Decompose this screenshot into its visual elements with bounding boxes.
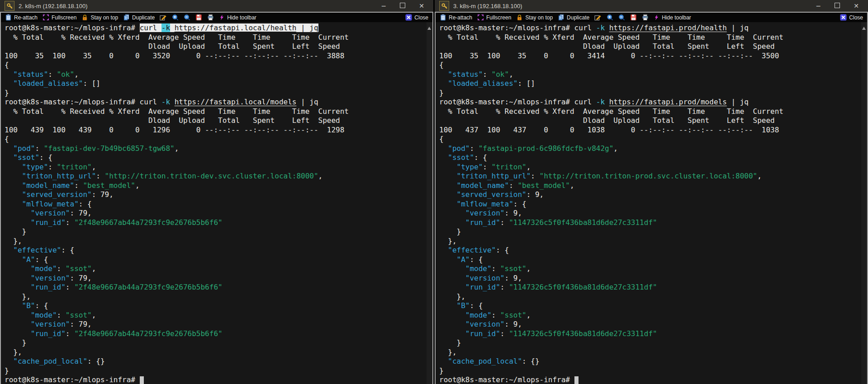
stay-on-top-button[interactable]: Stay on top xyxy=(81,14,118,21)
left-window-titlebar[interactable]: 2. k8s-m (192.168.18.100) − ✕ xyxy=(0,0,433,12)
terminal-text: : 79, xyxy=(92,190,114,199)
scrollbar[interactable] xyxy=(427,22,432,384)
terminal-text: Dload Upload Total Spent Left Speed xyxy=(5,116,340,125)
terminal-text: , xyxy=(509,70,513,79)
terminal-text: root@k8s-master:~/mlops-infra# xyxy=(5,375,140,384)
terminal-text: | jq xyxy=(296,23,318,32)
terminal-text: : {} xyxy=(522,357,540,365)
terminal-line: "mode": "ssot", xyxy=(5,264,432,274)
terminal-text: : 79, xyxy=(70,209,92,217)
terminal[interactable]: root@k8s-master:~/mlops-infra# curl -k h… xyxy=(1,22,432,384)
terminal-text xyxy=(5,329,31,338)
terminal-text xyxy=(5,153,13,162)
save-button[interactable] xyxy=(195,14,202,21)
zoom-in-button[interactable] xyxy=(172,14,179,21)
zoom-out-button[interactable] xyxy=(184,14,190,21)
fullscreen-button[interactable]: Fullscreen xyxy=(43,14,76,21)
edit-button[interactable] xyxy=(594,14,602,21)
terminal-text: : { xyxy=(79,200,92,208)
edit-button[interactable] xyxy=(160,14,167,21)
terminal-text xyxy=(439,79,448,88)
toolbar: Re-attach Fullscreen Stay on top Duplica… xyxy=(1,13,432,22)
hide-toolbar-button[interactable]: Hide toolbar xyxy=(654,14,691,21)
terminal-text: } xyxy=(5,227,26,236)
terminal-line: 100 439 100 439 0 0 1296 0 --:--:-- --:-… xyxy=(5,126,432,135)
terminal-text: "ok" xyxy=(57,70,75,79)
minimize-button[interactable]: − xyxy=(381,3,387,9)
terminal-line: } xyxy=(439,338,867,348)
terminal-text: "version" xyxy=(31,320,70,328)
terminal-text xyxy=(5,70,13,79)
terminal-line: "served_version": 9, xyxy=(439,190,867,200)
stay-on-top-button[interactable]: Stay on top xyxy=(516,14,553,21)
terminal-line: } xyxy=(5,89,432,98)
stay-on-top-label: Stay on top xyxy=(90,14,118,21)
terminal-text: , xyxy=(92,311,96,319)
window-controls: − ✕ xyxy=(816,3,859,9)
duplicate-button[interactable]: Duplicate xyxy=(123,14,155,21)
terminal-line: root@k8s-master:~/mlops-infra# curl -k h… xyxy=(439,23,867,33)
terminal-text xyxy=(439,200,457,208)
reattach-button[interactable]: Re-attach xyxy=(440,14,472,21)
close-window-button[interactable]: ✕ xyxy=(419,3,424,9)
printer-icon xyxy=(207,14,214,21)
terminal-text: "effective" xyxy=(13,246,61,254)
terminal-link[interactable]: https://fastapi.local/health xyxy=(175,23,297,32)
terminal-text: : xyxy=(500,329,509,338)
terminal-line: "version": 79, xyxy=(5,274,432,283)
terminal-line: }, xyxy=(439,237,867,246)
save-button[interactable] xyxy=(630,14,637,21)
terminal-text: % Total % Received % Xferd Average Speed… xyxy=(439,33,783,42)
fullscreen-button[interactable]: Fullscreen xyxy=(477,14,511,21)
terminal-text: 100 437 100 437 0 0 1038 0 --:--:-- --:-… xyxy=(439,126,779,134)
terminal-link[interactable]: https://fastapi.local/models xyxy=(175,98,297,106)
hide-toolbar-button[interactable]: Hide toolbar xyxy=(219,14,256,21)
terminal-line: }, xyxy=(439,348,867,357)
terminal-text xyxy=(439,283,465,291)
terminal-text: , xyxy=(74,70,79,79)
terminal-text: : xyxy=(48,70,57,79)
terminal-text: "B" xyxy=(457,301,470,310)
terminal-text: "1147326c5f0f436ba81d6de27c3311df" xyxy=(509,329,657,338)
terminal-line: { xyxy=(5,135,432,144)
terminal-line: "mode": "ssot", xyxy=(439,264,867,274)
terminal-text: { xyxy=(439,61,444,69)
zoom-out-button[interactable] xyxy=(618,14,625,21)
terminal-line: { xyxy=(439,61,867,70)
minimize-button[interactable]: − xyxy=(816,3,821,9)
terminal-line: }, xyxy=(5,237,432,246)
reattach-button[interactable]: Re-attach xyxy=(5,14,38,21)
zoom-in-button[interactable] xyxy=(607,14,613,21)
duplicate-button[interactable]: Duplicate xyxy=(558,14,589,21)
terminal[interactable]: root@k8s-master:~/mlops-infra# curl -k h… xyxy=(436,22,867,384)
terminal-text: : {} xyxy=(87,357,105,365)
terminal-link[interactable]: https://fastapi.prod/health xyxy=(609,23,727,32)
terminal-link[interactable]: https://fastapi.prod/models xyxy=(609,98,727,106)
terminal-text: "run_id" xyxy=(465,218,500,227)
terminal-text: : 9, xyxy=(505,274,522,282)
maximize-button[interactable] xyxy=(400,3,405,9)
scrollbar[interactable] xyxy=(861,22,867,384)
terminal-text xyxy=(439,190,457,199)
terminal-line: "run_id": "1147326c5f0f436ba81d6de27c331… xyxy=(439,283,867,292)
print-button[interactable] xyxy=(207,14,214,21)
close-session-button[interactable]: Close xyxy=(405,14,428,21)
terminal-line: "version": 9, xyxy=(439,320,867,329)
terminal-text: { xyxy=(5,135,9,143)
close-session-button[interactable]: Close xyxy=(840,14,863,21)
terminal-text: "run_id" xyxy=(31,283,66,291)
maximize-button[interactable] xyxy=(835,3,840,9)
terminal-text xyxy=(5,301,22,310)
terminal-text: } xyxy=(5,366,9,375)
terminal-text: "best_model" xyxy=(83,181,135,190)
print-button[interactable] xyxy=(642,14,649,21)
terminal-text: % Total % Received % Xferd Average Speed… xyxy=(5,107,349,116)
terminal-line: Dload Upload Total Spent Left Speed xyxy=(5,116,432,126)
terminal-line: "run_id": "1147326c5f0f436ba81d6de27c331… xyxy=(439,218,867,228)
maximize-icon xyxy=(400,3,405,8)
right-window-titlebar[interactable]: 3. k8s-m (192.168.18.100) − ✕ xyxy=(435,0,868,12)
terminal-text: 100 35 100 35 0 0 3414 0 --:--:-- --:--:… xyxy=(439,52,779,60)
close-window-button[interactable]: ✕ xyxy=(854,3,859,9)
terminal-text: : 79, xyxy=(70,274,92,282)
terminal-text: "http://triton.triton-dev.svc.cluster.lo… xyxy=(105,172,318,180)
